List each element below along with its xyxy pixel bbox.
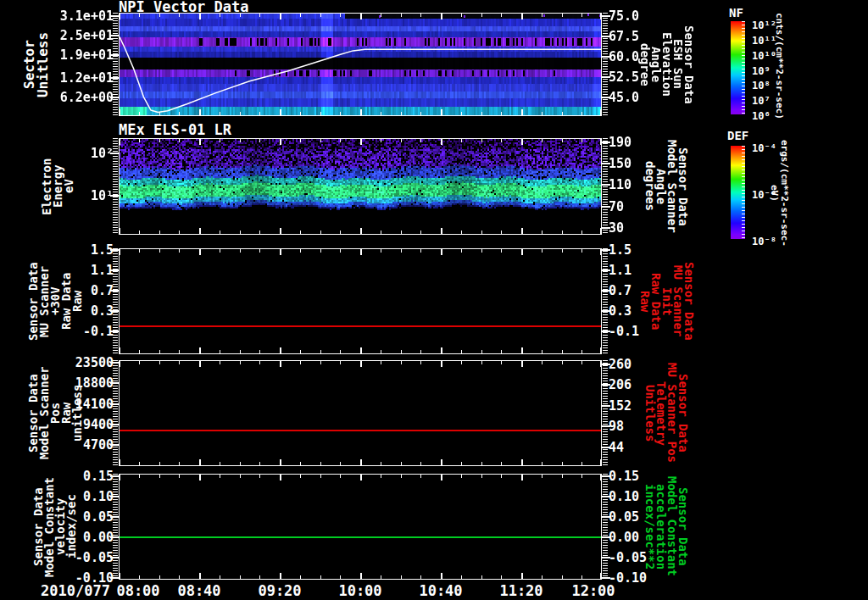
x-tick — [461, 231, 462, 234]
x-tick — [179, 112, 180, 115]
x-tick — [360, 573, 362, 579]
x-tick — [259, 112, 260, 115]
x-tick — [542, 112, 542, 115]
x-tick — [461, 575, 462, 579]
x-tick — [320, 139, 321, 142]
x-tick — [300, 575, 301, 579]
y-tick-label: 1.1 — [29, 263, 114, 278]
x-tick — [420, 462, 421, 465]
x-tick — [381, 112, 381, 115]
x-tick — [240, 249, 241, 253]
x-tick — [199, 475, 201, 481]
data-line-raw — [120, 430, 601, 431]
x-tick — [501, 575, 502, 579]
x-tick — [240, 139, 241, 142]
x-tick — [280, 249, 281, 255]
x-tick — [501, 14, 502, 17]
x-tick — [179, 475, 180, 478]
x-tick — [562, 575, 563, 579]
x-tick — [481, 350, 482, 353]
y-tick-label: 6.2e+00 — [29, 90, 114, 105]
x-tick — [360, 361, 362, 367]
x-tick — [179, 249, 180, 253]
x-tick — [562, 139, 563, 142]
y-tick-label: 67.5 — [609, 29, 663, 44]
y-tick-label: 14100 — [29, 397, 114, 412]
y-tick-label: 1.5 — [609, 242, 663, 258]
x-tick — [300, 475, 301, 478]
panel-model-scanner-pos — [119, 360, 602, 466]
x-tick — [320, 112, 321, 115]
x-tick-label: 08:40 — [164, 582, 235, 599]
x-tick — [159, 231, 160, 234]
colorbar-tick-label: 10¹¹ — [752, 35, 789, 47]
y-tick-label: 0.3 — [29, 303, 114, 319]
x-tick — [481, 231, 482, 234]
x-tick — [179, 350, 180, 353]
y-tick-label: -0.05 — [29, 550, 114, 565]
y-tick-label: 0.00 — [29, 530, 114, 545]
x-tick — [320, 575, 321, 579]
x-tick-label: 10:00 — [325, 582, 396, 599]
x-tick — [542, 475, 542, 478]
x-tick — [259, 462, 260, 465]
x-tick — [360, 14, 362, 19]
els-spectrogram-canvas — [120, 139, 601, 234]
x-tick — [461, 462, 462, 465]
x-tick — [259, 350, 260, 353]
x-tick — [501, 112, 502, 115]
x-tick — [381, 231, 381, 234]
x-tick — [340, 350, 341, 353]
y-tick-label: 152 — [609, 398, 663, 414]
x-tick — [542, 249, 542, 253]
x-tick — [159, 462, 160, 465]
x-tick — [501, 462, 502, 465]
x-tick — [259, 139, 260, 142]
x-tick — [259, 475, 260, 478]
colorbar-def-ticks — [742, 146, 745, 239]
x-tick — [600, 459, 602, 465]
x-tick — [119, 475, 120, 481]
x-tick — [521, 573, 523, 579]
x-tick — [521, 361, 523, 367]
x-tick — [179, 361, 180, 364]
x-tick — [401, 462, 402, 465]
y-tick-label: 0.15 — [609, 469, 663, 484]
x-tick — [340, 575, 341, 579]
x-tick — [259, 231, 260, 234]
x-tick — [320, 462, 321, 465]
y-tick-label: 260 — [609, 357, 663, 372]
x-tick-label: 09:20 — [244, 582, 315, 599]
x-tick — [179, 231, 180, 234]
x-tick — [381, 350, 381, 353]
x-tick — [420, 350, 421, 353]
x-tick — [381, 475, 381, 478]
x-tick — [360, 459, 362, 465]
x-tick — [340, 139, 341, 142]
colorbar-nf-label: NF — [729, 7, 743, 19]
colorbar-tick-label: 10¹⁰ — [752, 50, 789, 62]
y-tick-label: 4700 — [29, 437, 114, 453]
x-tick — [300, 112, 301, 115]
x-tick — [381, 139, 381, 142]
colorbar-tick-label: 10⁻⁸ — [752, 236, 789, 247]
x-tick — [159, 475, 160, 478]
x-tick — [401, 139, 402, 142]
x-tick — [381, 14, 381, 17]
y-tick-label: 60.0 — [609, 49, 663, 64]
y-tick-label: 9400 — [29, 417, 114, 432]
x-tick — [461, 112, 462, 115]
x-tick — [360, 228, 362, 234]
x-tick — [240, 14, 241, 17]
x-tick — [280, 109, 281, 115]
x-tick — [360, 347, 362, 353]
x-tick — [139, 475, 140, 478]
x-tick — [139, 462, 140, 465]
x-tick — [401, 475, 402, 478]
x-tick — [119, 347, 120, 353]
x-tick — [381, 249, 381, 253]
colorbar-tick-label: 10⁷ — [752, 95, 789, 107]
x-tick — [220, 231, 220, 234]
x-tick — [600, 347, 602, 353]
x-tick — [139, 361, 140, 364]
